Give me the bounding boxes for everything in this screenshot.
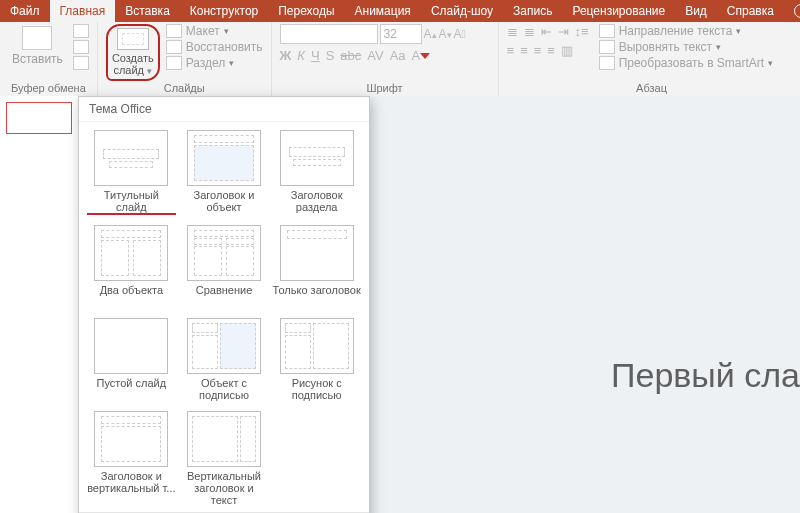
tab-file[interactable]: Файл <box>0 0 50 22</box>
layout-icon <box>166 24 182 38</box>
tab-slideshow[interactable]: Слайд-шоу <box>421 0 503 22</box>
chevron-down-icon: ▾ <box>147 66 152 76</box>
layout-comparison[interactable]: Сравнение <box>180 223 269 312</box>
layout-label: Титульный слайд <box>87 189 176 215</box>
clear-format-icon[interactable]: A⃠ <box>454 27 466 41</box>
layout-label: Вертикальный заголовок и текст <box>180 470 269 506</box>
tab-home[interactable]: Главная <box>50 0 116 22</box>
text-direction-button[interactable]: Направление текста ▾ <box>599 24 774 38</box>
align-center-icon[interactable]: ≡ <box>520 43 528 58</box>
ribbon: Вставить Буфер обмена Создатьслайд ▾ Мак… <box>0 22 800 97</box>
cut-icon[interactable] <box>73 24 89 38</box>
numbers-icon[interactable]: ≣ <box>524 24 535 39</box>
strike-button[interactable]: abc <box>340 48 361 63</box>
group-font-label: Шрифт <box>280 81 490 96</box>
tab-review[interactable]: Рецензирование <box>562 0 675 22</box>
align-left-icon[interactable]: ≡ <box>507 43 515 58</box>
smartart-button[interactable]: Преобразовать в SmartArt ▾ <box>599 56 774 70</box>
layout-grid: Титульный слайд Заголовок и объект Загол… <box>79 122 369 512</box>
slide-thumbnails <box>0 96 79 513</box>
bullets-icon[interactable]: ≣ <box>507 24 518 39</box>
section-label: Раздел <box>186 56 226 70</box>
ribbon-tabs: Файл Главная Вставка Конструктор Переход… <box>0 0 800 22</box>
indent-dec-icon[interactable]: ⇤ <box>541 24 552 39</box>
increase-size-icon[interactable]: A▴ <box>424 27 437 41</box>
layout-label: Пустой слайд <box>97 377 167 401</box>
shadow-button[interactable]: S <box>326 48 335 63</box>
tab-insert[interactable]: Вставка <box>115 0 180 22</box>
layout-vertical-title-text[interactable]: Вертикальный заголовок и текст <box>180 409 269 510</box>
reset-icon <box>166 40 182 54</box>
layout-title-only[interactable]: Только заголовок <box>272 223 361 312</box>
layout-label: Макет <box>186 24 220 38</box>
new-slide-button[interactable]: Создатьслайд ▾ <box>106 24 160 81</box>
group-font: 32 A▴ A▾ A⃠ Ж К Ч S abc AV Aa A Шрифт <box>272 22 499 96</box>
layout-label: Объект с подписью <box>180 377 269 401</box>
layout-label: Заголовок и вертикальный т... <box>87 470 176 494</box>
slide-thumbnail-1[interactable] <box>6 102 72 134</box>
bulb-icon <box>794 4 800 18</box>
group-paragraph-label: Абзац <box>507 81 797 96</box>
indent-inc-icon[interactable]: ⇥ <box>558 24 569 39</box>
copy-icon[interactable] <box>73 40 89 54</box>
layout-picture-caption[interactable]: Рисунок с подписью <box>272 316 361 405</box>
tell-me-search[interactable]: Что вы хотите сдела <box>784 0 800 22</box>
group-slides: Создатьслайд ▾ Макет ▾ Восстановить Разд… <box>98 22 272 96</box>
layout-content-caption[interactable]: Объект с подписью <box>180 316 269 405</box>
text-direction-icon <box>599 24 615 38</box>
gallery-header: Тема Office <box>79 97 369 122</box>
align-right-icon[interactable]: ≡ <box>534 43 542 58</box>
new-slide-gallery: Тема Office Титульный слайд Заголовок и … <box>78 96 370 513</box>
tab-view[interactable]: Вид <box>675 0 717 22</box>
align-text-label: Выровнять текст <box>619 40 712 54</box>
layout-label: Заголовок и объект <box>180 189 269 213</box>
layout-label: Сравнение <box>196 284 253 308</box>
layout-title-content[interactable]: Заголовок и объект <box>180 128 269 219</box>
line-spacing-icon[interactable]: ↕≡ <box>575 24 589 39</box>
underline-button[interactable]: Ч <box>311 48 320 63</box>
smartart-icon <box>599 56 615 70</box>
group-paragraph: ≣ ≣ ⇤ ⇥ ↕≡ ≡ ≡ ≡ ≡ ▥ Направление текста … <box>499 22 800 96</box>
layout-blank[interactable]: Пустой слайд <box>87 316 176 405</box>
layout-title-slide[interactable]: Титульный слайд <box>87 128 176 219</box>
layout-label: Только заголовок <box>273 284 361 308</box>
italic-button[interactable]: К <box>297 48 305 63</box>
tab-transitions[interactable]: Переходы <box>268 0 344 22</box>
reset-button[interactable]: Восстановить <box>166 40 263 54</box>
text-direction-label: Направление текста <box>619 24 733 38</box>
new-slide-l1: Создать <box>112 52 154 64</box>
decrease-size-icon[interactable]: A▾ <box>439 27 452 41</box>
group-clipboard: Вставить Буфер обмена <box>0 22 98 96</box>
format-painter-icon[interactable] <box>73 56 89 70</box>
tab-record[interactable]: Запись <box>503 0 562 22</box>
layout-two-content[interactable]: Два объекта <box>87 223 176 312</box>
layout-title-vertical-text[interactable]: Заголовок и вертикальный т... <box>87 409 176 510</box>
layout-label: Заголовок раздела <box>272 189 361 213</box>
char-spacing-button[interactable]: AV <box>367 48 383 63</box>
layout-section-header[interactable]: Заголовок раздела <box>272 128 361 219</box>
tab-help[interactable]: Справка <box>717 0 784 22</box>
new-slide-l2: слайд <box>113 64 144 76</box>
columns-icon[interactable]: ▥ <box>561 43 573 58</box>
section-button[interactable]: Раздел ▾ <box>166 56 263 70</box>
reset-label: Восстановить <box>186 40 263 54</box>
tab-animations[interactable]: Анимация <box>345 0 421 22</box>
bold-button[interactable]: Ж <box>280 48 292 63</box>
change-case-button[interactable]: Aa <box>390 48 406 63</box>
align-text-icon <box>599 40 615 54</box>
align-text-button[interactable]: Выровнять текст ▾ <box>599 40 774 54</box>
group-clipboard-label: Буфер обмена <box>8 81 89 96</box>
group-slides-label: Слайды <box>106 81 263 96</box>
align-justify-icon[interactable]: ≡ <box>547 43 555 58</box>
font-size-select[interactable]: 32 <box>380 24 422 44</box>
layout-label: Рисунок с подписью <box>272 377 361 401</box>
section-icon <box>166 56 182 70</box>
tab-design[interactable]: Конструктор <box>180 0 268 22</box>
layout-label: Два объекта <box>100 284 163 308</box>
paste-button[interactable]: Вставить <box>8 24 67 81</box>
layout-button[interactable]: Макет ▾ <box>166 24 263 38</box>
font-family-select[interactable] <box>280 24 378 44</box>
font-color-button[interactable]: A <box>412 48 431 63</box>
font-size-value: 32 <box>384 27 397 41</box>
slide-title-text: Первый сла <box>611 356 800 395</box>
